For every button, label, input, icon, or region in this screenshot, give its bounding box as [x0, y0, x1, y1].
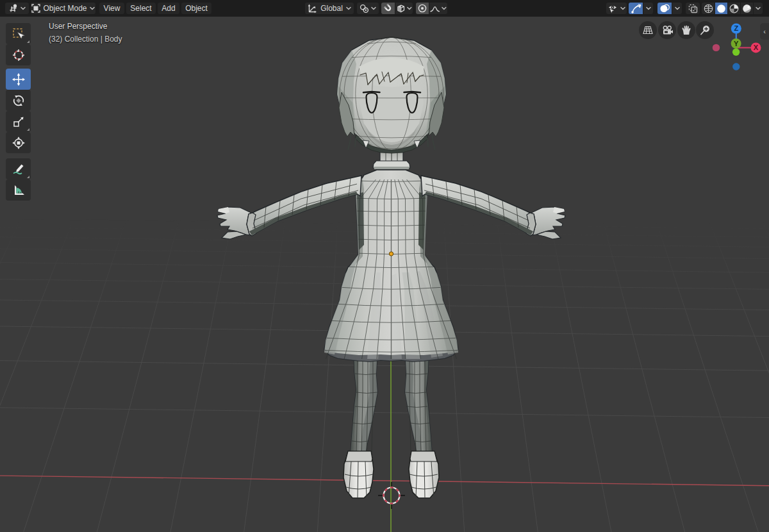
- svg-text:Z: Z: [734, 24, 738, 32]
- svg-text:X: X: [754, 44, 759, 51]
- svg-text:Y: Y: [734, 40, 739, 47]
